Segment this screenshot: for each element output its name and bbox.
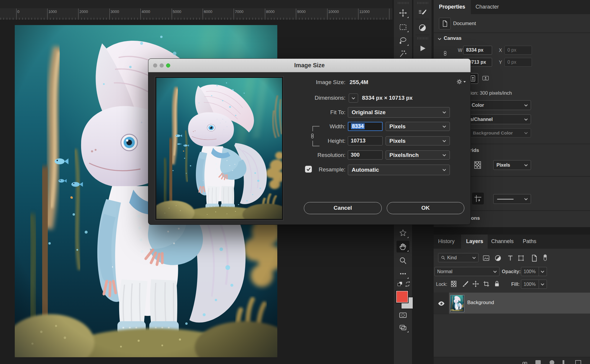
filter-type-layers-icon[interactable]	[507, 254, 514, 262]
filter-kind-dropdown[interactable]: Kind	[438, 253, 478, 262]
resample-dropdown[interactable]: Automatic	[348, 165, 450, 175]
lasso-tool[interactable]	[396, 35, 409, 47]
magic-wand-tool[interactable]	[396, 48, 409, 60]
ruler-minor-tick	[119, 18, 119, 20]
layer-thumbnail[interactable]	[450, 295, 464, 312]
tab-history[interactable]: History	[438, 238, 455, 245]
lock-all-icon[interactable]	[493, 280, 501, 288]
new-layer-icon[interactable]	[575, 360, 581, 364]
adjustment-brush-tool[interactable]	[416, 6, 429, 18]
filter-shape-layers-icon[interactable]	[517, 254, 525, 262]
horizontal-ruler[interactable]: 0100020003000400050006000700080009000100…	[0, 8, 392, 20]
canvas-section-chevron-icon[interactable]	[438, 38, 441, 40]
ok-button[interactable]: OK	[387, 202, 464, 214]
width-unit-dropdown[interactable]: Pixels	[386, 122, 450, 131]
screen-mode-button[interactable]	[396, 322, 409, 333]
zoom-tool[interactable]	[396, 255, 409, 267]
ruler-minor-tick	[4, 18, 4, 20]
marquee-tool[interactable]	[396, 21, 409, 33]
guides-button[interactable]	[472, 193, 484, 204]
filter-pixel-layers-icon[interactable]	[482, 254, 490, 262]
width-input[interactable]: 8334	[348, 122, 383, 131]
layer-name[interactable]: Background	[467, 300, 494, 306]
layers-footer	[434, 357, 590, 364]
lock-transparency-icon[interactable]	[450, 280, 457, 288]
ruler-minor-tick	[299, 18, 299, 20]
lock-pixels-icon[interactable]	[461, 280, 469, 288]
fx-icon[interactable]	[535, 360, 541, 364]
link-layers-icon[interactable]	[522, 360, 527, 364]
default-colors-icon[interactable]	[397, 281, 403, 287]
move-tool[interactable]	[396, 7, 409, 19]
blend-mode-dropdown[interactable]: Normal	[435, 267, 499, 276]
ruler-minor-tick	[368, 18, 368, 20]
x-label: X	[499, 48, 502, 53]
image-preview[interactable]	[155, 76, 283, 220]
ruler-minor-tick	[60, 18, 60, 20]
ruler-major-tick	[296, 9, 296, 20]
dimensions-chevron-button[interactable]	[349, 94, 358, 103]
resolution-input[interactable]: 300	[348, 150, 383, 160]
orientation-landscape-button[interactable]	[481, 74, 490, 83]
toolbar-grip[interactable]	[397, 2, 409, 4]
lock-position-icon[interactable]	[472, 280, 479, 288]
hand-tool[interactable]	[396, 241, 409, 252]
toolbar-divider	[416, 19, 429, 19]
resample-label: Resample:	[275, 166, 345, 173]
custom-shape-tool[interactable]	[396, 227, 409, 239]
toolbar-grip[interactable]	[417, 2, 428, 4]
cancel-button[interactable]: Cancel	[304, 202, 382, 214]
tab-character[interactable]: Character	[476, 4, 499, 10]
ruler-minor-tick	[159, 18, 159, 20]
ruler-minor-tick	[10, 18, 10, 20]
resolution-unit-dropdown[interactable]: Pixels/Inch	[386, 150, 450, 160]
tab-channels[interactable]: Channels	[491, 238, 514, 245]
opacity-field[interactable]: 100%	[521, 267, 547, 276]
tab-paths[interactable]: Paths	[523, 238, 536, 245]
adjustment-layer-icon[interactable]	[563, 360, 564, 364]
canvas-x-field[interactable]: 0 px	[504, 46, 532, 55]
guide-style-dropdown[interactable]	[493, 194, 531, 204]
tab-properties-label[interactable]: Properties	[439, 4, 465, 10]
constrain-link-icon[interactable]	[442, 50, 448, 57]
filter-smart-objects-icon[interactable]	[530, 254, 538, 262]
ruler-major-tick	[172, 9, 172, 20]
fill-field[interactable]: 100%	[521, 280, 547, 289]
ruler-minor-tick	[147, 18, 147, 20]
height-input[interactable]: 10713	[348, 136, 383, 145]
dimension-options-button[interactable]	[456, 78, 466, 85]
fit-to-dropdown[interactable]: Original Size	[348, 107, 450, 118]
dialog-titlebar[interactable]: Image Size	[148, 59, 471, 72]
swap-colors-icon[interactable]	[404, 281, 411, 287]
filter-toggle-icon[interactable]	[541, 253, 549, 262]
canvas-fill-dropdown[interactable]: Background Color	[470, 128, 531, 137]
chevron-down-icon	[524, 104, 528, 106]
ruler-minor-tick	[162, 18, 163, 20]
layer-mask-icon[interactable]	[550, 360, 554, 364]
canvas-y-field[interactable]: 0 px	[504, 58, 532, 67]
ruler-minor-tick	[262, 18, 262, 20]
ruler-minor-tick	[371, 18, 371, 20]
filter-adjustment-layers-icon[interactable]	[494, 254, 502, 262]
chevron-down-icon	[472, 257, 476, 259]
lock-artboard-icon[interactable]	[483, 280, 490, 288]
canvas-section-header[interactable]: Canvas	[444, 35, 461, 41]
canvas-fill-value: Background Color	[473, 130, 513, 136]
ruler-minor-tick	[255, 18, 256, 20]
ruler-minor-tick	[249, 18, 250, 20]
height-unit-dropdown[interactable]: Pixels	[386, 136, 450, 145]
play-actions-button[interactable]	[416, 42, 429, 54]
ruler-units-dropdown[interactable]: Pixels	[493, 160, 531, 170]
foreground-color-swatch[interactable]	[396, 290, 409, 303]
quick-mask-button[interactable]	[396, 309, 409, 321]
canvas-width-field[interactable]: 8334 px	[463, 46, 492, 55]
toolbar-grip[interactable]	[417, 37, 428, 40]
toolbar-divider	[396, 280, 410, 280]
layer-row-background[interactable]: Background	[449, 293, 590, 314]
ruler-minor-tick	[377, 18, 377, 20]
edit-toolbar-button[interactable]	[396, 268, 409, 280]
layer-visibility-cell[interactable]	[434, 293, 449, 314]
contrast-tool[interactable]	[416, 22, 429, 34]
eye-icon[interactable]	[437, 300, 445, 307]
tab-layers-label[interactable]: Layers	[466, 238, 483, 245]
